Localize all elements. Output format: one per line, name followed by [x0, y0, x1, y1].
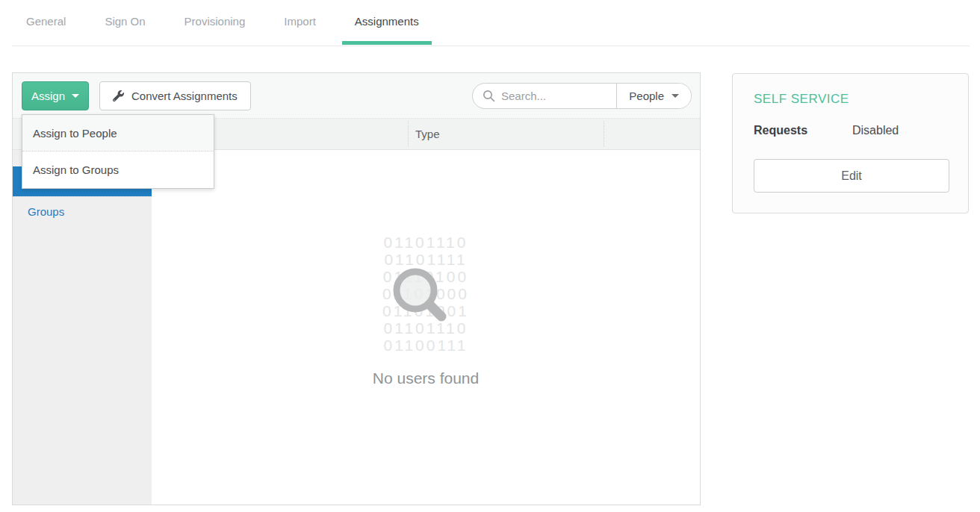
- assign-dropdown-menu: Assign to People Assign to Groups: [22, 114, 214, 189]
- magnifier-icon: [388, 263, 453, 328]
- column-divider: [604, 121, 604, 147]
- menu-item-assign-to-groups[interactable]: Assign to Groups: [22, 152, 214, 188]
- search-control: People: [472, 83, 692, 109]
- search-scope-value: People: [629, 90, 664, 102]
- menu-item-assign-to-people[interactable]: Assign to People: [22, 115, 214, 152]
- search-scope-dropdown[interactable]: People: [616, 84, 691, 108]
- assign-button[interactable]: Assign: [22, 81, 89, 110]
- column-divider: [408, 121, 409, 147]
- tab-general[interactable]: General: [26, 15, 66, 46]
- tab-import[interactable]: Import: [284, 15, 316, 46]
- column-header-type: Type: [415, 119, 440, 150]
- assignment-filter-sidebar: People Groups: [13, 150, 152, 505]
- search-input[interactable]: [501, 90, 613, 102]
- assignments-body: People Groups 01101110011011110111010001…: [13, 150, 700, 505]
- tab-sign-on[interactable]: Sign On: [105, 15, 145, 46]
- requests-label: Requests: [754, 124, 807, 137]
- empty-state: 0110111001101111011101000110100001101001…: [152, 150, 700, 505]
- caret-down-icon: [672, 94, 679, 98]
- self-service-title: SELF SERVICE: [754, 92, 849, 107]
- convert-assignments-button[interactable]: Convert Assignments: [99, 81, 251, 110]
- self-service-panel: SELF SERVICE Requests Disabled Edit: [732, 73, 969, 213]
- app-tabs: General Sign On Provisioning Import Assi…: [26, 15, 419, 46]
- search-field-wrap: [473, 84, 616, 108]
- caret-down-icon: [72, 94, 79, 98]
- assignments-toolbar: Assign Convert Assignments People: [13, 73, 700, 119]
- tabbar-divider: [12, 46, 970, 46]
- sidebar-item-groups[interactable]: Groups: [13, 196, 152, 226]
- requests-value: Disabled: [852, 124, 899, 137]
- tab-assignments[interactable]: Assignments: [355, 15, 419, 46]
- search-icon: [483, 90, 495, 102]
- assign-button-label: Assign: [31, 90, 65, 102]
- convert-assignments-label: Convert Assignments: [131, 90, 238, 102]
- empty-state-message: No users found: [152, 369, 700, 387]
- wrench-icon: [113, 90, 124, 102]
- edit-button[interactable]: Edit: [754, 159, 949, 193]
- tab-provisioning[interactable]: Provisioning: [184, 15, 246, 46]
